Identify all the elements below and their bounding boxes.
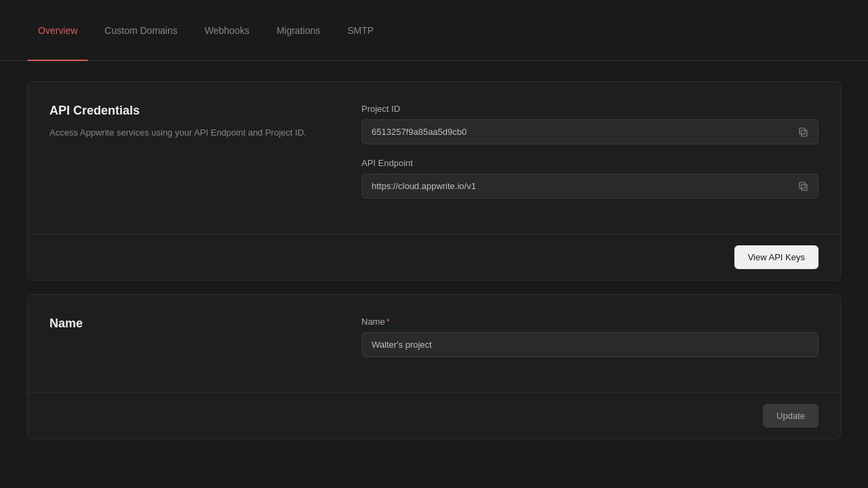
copy-api-endpoint-button[interactable] — [795, 178, 812, 195]
update-button[interactable]: Update — [763, 404, 818, 428]
name-card-left: Name — [50, 317, 334, 371]
api-endpoint-wrapper — [361, 174, 818, 199]
view-api-keys-button[interactable]: View API Keys — [734, 245, 818, 269]
name-card-title: Name — [50, 317, 334, 331]
svg-rect-2 — [802, 184, 807, 190]
api-credentials-title: API Credentials — [50, 104, 334, 118]
project-name-input[interactable] — [361, 332, 818, 357]
name-card-footer: Update — [28, 392, 840, 439]
svg-rect-3 — [800, 182, 805, 188]
api-endpoint-input[interactable] — [361, 174, 818, 199]
api-endpoint-label: API Endpoint — [361, 158, 818, 168]
tab-webhooks[interactable]: Webhooks — [194, 0, 260, 61]
copy-project-id-button[interactable] — [795, 124, 812, 140]
svg-rect-1 — [800, 128, 805, 134]
name-card-body: Name Name* — [28, 295, 840, 392]
tab-smtp[interactable]: SMTP — [336, 0, 384, 61]
name-input-wrapper — [361, 332, 818, 357]
tab-migrations[interactable]: Migrations — [266, 0, 332, 61]
name-required-indicator: * — [387, 317, 390, 327]
name-field-label: Name* — [361, 317, 818, 327]
name-card-right: Name* — [361, 317, 818, 371]
svg-rect-0 — [802, 130, 807, 136]
copy-icon — [798, 127, 809, 138]
tab-custom-domains[interactable]: Custom Domains — [94, 0, 188, 61]
name-field-group: Name* — [361, 317, 818, 357]
project-id-label: Project ID — [361, 104, 818, 114]
api-credentials-footer: View API Keys — [28, 234, 840, 280]
tab-overview[interactable]: Overview — [27, 0, 88, 61]
project-id-wrapper — [361, 119, 818, 144]
project-id-group: Project ID — [361, 104, 818, 144]
name-card: Name Name* Update — [27, 294, 841, 439]
main-content: API Credentials Access Appwrite services… — [0, 61, 868, 488]
api-credentials-card: API Credentials Access Appwrite services… — [27, 81, 841, 281]
api-credentials-description: Access Appwrite services using your API … — [50, 126, 334, 140]
nav-tabs: Overview Custom Domains Webhooks Migrati… — [0, 0, 868, 61]
copy-icon — [798, 181, 809, 192]
api-credentials-right: Project ID API Endpo — [361, 104, 818, 212]
project-id-input[interactable] — [361, 119, 818, 144]
api-credentials-body: API Credentials Access Appwrite services… — [28, 82, 840, 234]
api-credentials-left: API Credentials Access Appwrite services… — [50, 104, 334, 212]
api-endpoint-group: API Endpoint — [361, 158, 818, 199]
